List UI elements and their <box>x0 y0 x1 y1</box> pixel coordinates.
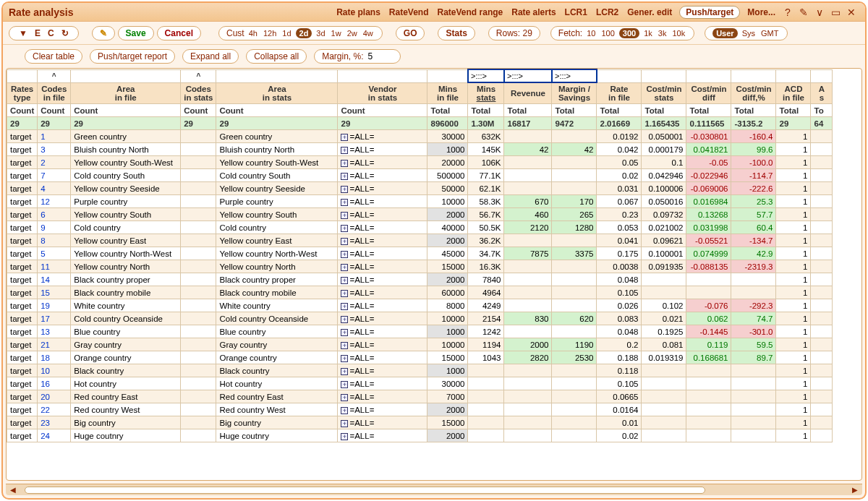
tool-icon[interactable]: ↻ <box>61 28 69 38</box>
header-link[interactable]: Rate alerts <box>511 7 556 17</box>
go-button[interactable]: GO <box>396 26 425 40</box>
table-row[interactable]: target12Purple countryPurple country+=AL… <box>7 195 833 208</box>
col-header[interactable]: Cost/minstats <box>642 82 686 104</box>
table-row[interactable]: target6Yellow country SouthYellow countr… <box>7 208 833 221</box>
grid-wrap[interactable]: ^^ RatestypeCodesin fileAreain fileCodes… <box>6 68 862 481</box>
period-12h[interactable]: 12h <box>262 29 278 38</box>
col-header[interactable]: Minsstats <box>468 82 504 104</box>
table-row[interactable]: target23Big countryBig country+=ALL=1500… <box>7 416 833 429</box>
period-1w[interactable]: 1w <box>330 29 343 38</box>
edit-icon[interactable]: ✎ <box>797 7 810 18</box>
margin-input[interactable]: Margin, %: <box>314 49 400 64</box>
filter-row[interactable]: ^^ <box>7 69 833 82</box>
col-header[interactable]: Minsin file <box>427 82 468 104</box>
tool-icon[interactable]: E <box>35 28 41 38</box>
filter-input-12[interactable] <box>686 70 731 82</box>
table-row[interactable]: target13Blue countryBlue country+=ALL=10… <box>7 325 833 338</box>
fetch-300[interactable]: 300 <box>619 28 639 38</box>
col-header[interactable]: Vendorin stats <box>338 82 427 104</box>
filter-input-2[interactable] <box>71 70 180 82</box>
tool-icon[interactable]: ▼ <box>19 28 27 38</box>
table-row[interactable]: target15Black country mobileBlack countr… <box>7 286 833 299</box>
edit-pencil[interactable]: ✎ <box>92 26 115 40</box>
tz-GMT[interactable]: GMT <box>760 29 780 38</box>
cancel-button[interactable]: Cancel <box>157 26 201 40</box>
filter-input-15[interactable] <box>811 70 832 82</box>
close-icon[interactable]: ✕ <box>845 7 858 18</box>
col-header[interactable]: Ratestype <box>7 82 38 104</box>
tz-Sys[interactable]: Sys <box>741 29 757 38</box>
help-icon[interactable]: ? <box>781 7 794 18</box>
fetch-1k[interactable]: 1k <box>642 29 654 38</box>
table-row[interactable]: target1Green countryGreen country+=ALL=3… <box>7 130 833 143</box>
filter-input-8[interactable] <box>505 70 551 82</box>
col-header[interactable]: Codesin file <box>38 82 71 104</box>
save-button[interactable]: Save <box>118 26 154 40</box>
table-row[interactable]: target19White countryWhite country+=ALL=… <box>7 299 833 312</box>
tz-User[interactable]: User <box>712 28 737 38</box>
push-target-button[interactable]: Push/target <box>679 6 740 19</box>
fetch-100[interactable]: 100 <box>600 29 616 38</box>
table-row[interactable]: target7Cold country SouthCold country So… <box>7 169 833 182</box>
header-link[interactable]: RateVend <box>389 7 429 17</box>
table-row[interactable]: target11Yellow country NorthYellow count… <box>7 260 833 273</box>
period-4w[interactable]: 4w <box>362 29 375 38</box>
max-icon[interactable]: ▭ <box>829 7 842 18</box>
filter-input-9[interactable] <box>553 70 596 82</box>
table-row[interactable]: target8Yellow country EastYellow country… <box>7 234 833 247</box>
min-icon[interactable]: ∨ <box>813 7 826 18</box>
filter-input-4[interactable] <box>216 70 337 82</box>
table-row[interactable]: target22Red country WestRed country West… <box>7 403 833 416</box>
filter-input-0[interactable] <box>7 70 37 82</box>
fetch-10k[interactable]: 10k <box>671 29 686 38</box>
col-header[interactable]: Cost/mindiff <box>686 82 731 104</box>
collapse-all-button[interactable]: Collapse all <box>246 49 307 64</box>
table-row[interactable]: target9Cold countryCold country+=ALL=400… <box>7 221 833 234</box>
filter-input-11[interactable] <box>642 70 686 82</box>
table-row[interactable]: target18Orange countryOrange country+=AL… <box>7 351 833 364</box>
filter-input-5[interactable] <box>338 70 427 82</box>
cust-period-selector[interactable]: Cust4h12h1d2d3d1w2w4w <box>218 26 383 40</box>
table-row[interactable]: target20Red country EastRed country East… <box>7 390 833 403</box>
header-link[interactable]: RateVend range <box>438 7 503 17</box>
expand-all-button[interactable]: Expand all <box>182 49 239 64</box>
period-2d[interactable]: 2d <box>296 28 312 38</box>
scroll-left-icon[interactable]: ◀ <box>9 486 17 494</box>
col-header[interactable]: Cost/mindiff,% <box>731 82 776 104</box>
filter-input-14[interactable] <box>776 70 810 82</box>
table-row[interactable]: target16Hot countryHot country+=ALL=3000… <box>7 377 833 390</box>
more-link[interactable]: More... <box>747 7 775 17</box>
tz-selector[interactable]: UserSysGMT <box>705 26 788 40</box>
period-3d[interactable]: 3d <box>315 29 326 38</box>
fetch-selector[interactable]: Fetch:101003001k3k10k <box>550 26 694 40</box>
header-link[interactable]: LCR1 <box>565 7 587 17</box>
table-row[interactable]: target4Yellow country SeesideYellow coun… <box>7 182 833 195</box>
header-row[interactable]: RatestypeCodesin fileAreain fileCodesin … <box>7 82 833 104</box>
period-2w[interactable]: 2w <box>346 29 359 38</box>
table-row[interactable]: target17Cold country OceansideCold count… <box>7 312 833 325</box>
scroll-thumb[interactable] <box>25 487 705 494</box>
col-header[interactable]: Ratein file <box>597 82 642 104</box>
filter-input-13[interactable] <box>731 70 775 82</box>
table-row[interactable]: target2Yellow country South-WestYellow c… <box>7 156 833 169</box>
clear-table-button[interactable]: Clear table <box>25 49 82 64</box>
margin-field[interactable] <box>367 51 393 62</box>
col-header[interactable]: As <box>811 82 833 104</box>
table-row[interactable]: target5Yellow country North-WestYellow c… <box>7 247 833 260</box>
push-target-report-button[interactable]: Push/target report <box>90 49 175 64</box>
table-row[interactable]: target21Gray countryGray country+=ALL=10… <box>7 338 833 351</box>
col-header[interactable]: Revenue <box>504 82 552 104</box>
filter-input-10[interactable] <box>597 70 642 82</box>
tool-icon[interactable]: C <box>48 28 54 38</box>
header-link[interactable]: LCR2 <box>596 7 618 17</box>
filter-input-6[interactable] <box>427 70 467 82</box>
table-row[interactable]: target3Bluish country NorthBluish countr… <box>7 143 833 156</box>
period-1d[interactable]: 1d <box>281 29 292 38</box>
col-header[interactable]: Areain file <box>71 82 181 104</box>
table-row[interactable]: target14Black country properBlack countr… <box>7 273 833 286</box>
table-row[interactable]: target10Black countryBlack country+=ALL=… <box>7 364 833 377</box>
header-link[interactable]: Gener. edit <box>627 7 672 17</box>
fetch-10[interactable]: 10 <box>585 29 597 38</box>
fetch-3k[interactable]: 3k <box>657 29 668 38</box>
filter-input-7[interactable] <box>469 70 503 82</box>
